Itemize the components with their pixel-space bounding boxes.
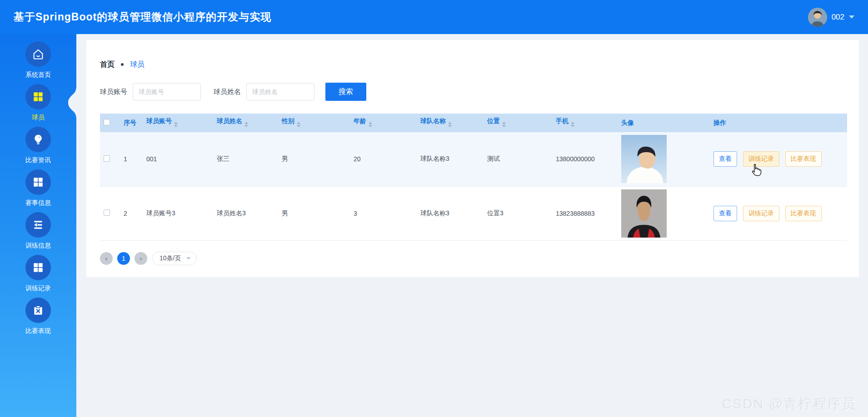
cell-position: 位置3 [484, 186, 552, 240]
list-arrow-icon [25, 212, 51, 238]
main-content: 首页 球员 球员账号 球员姓名 搜索 序号 球员账号 球员姓名 [76, 34, 868, 417]
breadcrumb-home[interactable]: 首页 [100, 60, 115, 70]
name-input[interactable] [246, 83, 314, 100]
sort-icon[interactable] [174, 120, 178, 129]
training-records-button[interactable]: 训练记录 [743, 206, 779, 221]
cell-position: 测试 [484, 132, 552, 186]
col-actions: 操作 [710, 114, 847, 132]
page-size-value: 10条/页 [160, 254, 181, 263]
col-avatar: 头像 [618, 114, 710, 132]
top-header: 基于SpringBoot的球员管理微信小程序的开发与实现 002 [0, 0, 868, 34]
cell-gender: 男 [278, 186, 350, 240]
player-photo [621, 135, 667, 183]
table-row: 1 001 张三 男 20 球队名称3 测试 13800000000 [100, 132, 847, 186]
prev-page-button[interactable]: ‹ [100, 252, 113, 265]
cell-index: 1 [120, 132, 143, 186]
sidebar-item-system-home[interactable]: 系统首页 [0, 39, 76, 81]
breadcrumb: 首页 球员 [100, 60, 845, 69]
col-name[interactable]: 球员姓名 [213, 114, 278, 132]
training-records-button[interactable]: 训练记录 [743, 151, 779, 167]
cell-gender: 男 [278, 132, 350, 186]
search-button[interactable]: 搜索 [325, 83, 366, 101]
active-item-notch [68, 86, 76, 119]
grid-icon [25, 84, 51, 109]
sidebar-item-event-info[interactable]: 赛事信息 [0, 167, 76, 209]
pagination: ‹ 1 › 10条/页 [100, 252, 845, 265]
cell-name: 球员姓名3 [213, 186, 278, 240]
col-team[interactable]: 球队名称 [417, 114, 484, 132]
player-photo [621, 189, 667, 238]
clipboard-x-icon [25, 298, 51, 323]
col-index: 序号 [120, 114, 143, 132]
cell-team: 球队名称3 [417, 186, 484, 240]
sort-icon[interactable] [297, 120, 300, 129]
sidebar-item-label: 赛事信息 [25, 199, 51, 207]
sidebar-item-match-performance[interactable]: 比赛表现 [0, 295, 76, 338]
sidebar-item-players[interactable]: 球员 [0, 81, 76, 124]
sidebar-item-match-news[interactable]: 比赛资讯 [0, 124, 76, 167]
watermark-text: CSDN @青柠程序员 [722, 395, 856, 413]
page-1-button[interactable]: 1 [117, 252, 130, 265]
home-icon [25, 41, 51, 67]
next-page-button[interactable]: › [135, 252, 147, 265]
cell-phone: 13823888883 [552, 186, 618, 240]
players-table: 序号 球员账号 球员姓名 性别 年龄 球队名称 位置 手机 头像 操作 1 00… [100, 114, 847, 241]
sidebar-item-label: 训练记录 [25, 284, 51, 293]
sidebar-item-label: 训练信息 [25, 242, 51, 250]
col-age[interactable]: 年龄 [350, 114, 417, 132]
sidebar-item-training-records[interactable]: 训练记录 [0, 252, 76, 295]
row-checkbox[interactable] [104, 209, 110, 216]
cell-team: 球队名称3 [417, 132, 484, 186]
col-position[interactable]: 位置 [484, 114, 552, 132]
row-checkbox[interactable] [104, 155, 110, 162]
breadcrumb-current[interactable]: 球员 [130, 60, 145, 70]
col-gender[interactable]: 性别 [278, 114, 350, 132]
sidebar-item-label: 系统首页 [25, 71, 51, 79]
view-button[interactable]: 查看 [713, 206, 737, 221]
cell-account: 球员账号3 [143, 186, 213, 240]
sidebar-item-label: 球员 [32, 114, 45, 122]
page-size-select[interactable]: 10条/页 [152, 252, 197, 265]
view-button[interactable]: 查看 [713, 151, 737, 167]
user-menu[interactable]: 002 [808, 8, 854, 27]
user-avatar[interactable] [808, 8, 827, 27]
sidebar-item-label: 比赛资讯 [25, 156, 51, 164]
bulb-icon [25, 127, 51, 152]
account-field-label: 球员账号 [100, 88, 127, 96]
match-performance-button[interactable]: 比赛表现 [785, 151, 822, 167]
chevron-down-icon [186, 257, 191, 262]
breadcrumb-separator-dot [121, 63, 124, 66]
select-all-checkbox[interactable] [104, 119, 110, 125]
sort-icon[interactable] [244, 120, 248, 129]
match-performance-button[interactable]: 比赛表现 [785, 206, 822, 221]
col-account[interactable]: 球员账号 [143, 114, 213, 132]
name-field-label: 球员姓名 [214, 88, 241, 96]
sort-icon[interactable] [571, 120, 574, 129]
user-avatar-photo [808, 8, 827, 27]
cell-name: 张三 [213, 132, 278, 186]
sort-icon[interactable] [369, 120, 372, 129]
app-title: 基于SpringBoot的球员管理微信小程序的开发与实现 [14, 10, 271, 24]
cell-age: 20 [350, 132, 417, 186]
cell-index: 2 [120, 186, 143, 240]
search-form: 球员账号 球员姓名 搜索 [100, 83, 845, 101]
cell-account: 001 [143, 132, 213, 186]
chevron-down-icon [849, 15, 854, 21]
players-panel: 首页 球员 球员账号 球员姓名 搜索 序号 球员账号 球员姓名 [86, 40, 859, 277]
table-header-row: 序号 球员账号 球员姓名 性别 年龄 球队名称 位置 手机 头像 操作 [100, 114, 847, 132]
grid-icon [25, 169, 51, 195]
cell-age: 3 [350, 186, 417, 240]
sidebar-item-label: 比赛表现 [25, 327, 51, 335]
col-phone[interactable]: 手机 [552, 114, 618, 132]
sidebar-item-training-info[interactable]: 训练信息 [0, 209, 76, 252]
cell-phone: 13800000000 [552, 132, 618, 186]
grid-icon [25, 255, 51, 280]
sort-icon[interactable] [502, 120, 506, 129]
account-input[interactable] [133, 83, 201, 100]
table-row: 2 球员账号3 球员姓名3 男 3 球队名称3 位置3 13823888883 [100, 186, 847, 240]
sidebar: 系统首页 球员 比赛资讯 [0, 34, 76, 417]
sort-icon[interactable] [448, 120, 452, 129]
user-id-label: 002 [832, 13, 844, 22]
